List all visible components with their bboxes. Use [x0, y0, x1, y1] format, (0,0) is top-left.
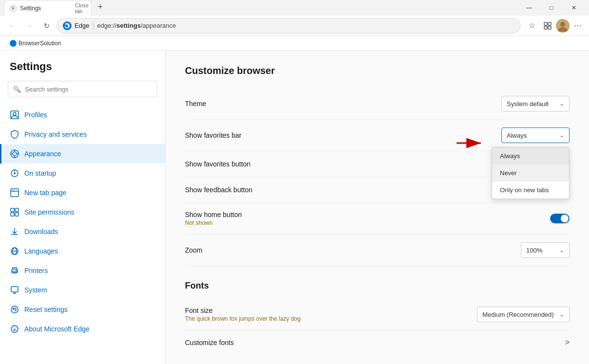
dropdown-option-always[interactable]: Always — [492, 147, 569, 164]
svg-point-11 — [13, 152, 17, 156]
home-button-label-group: Show home button Not shown — [185, 211, 242, 226]
back-button[interactable]: ← — [4, 18, 19, 34]
search-input[interactable] — [25, 86, 152, 93]
sidebar-item-downloads[interactable]: Downloads — [0, 222, 165, 241]
toolbar-icons: ☆ ⋯ — [525, 18, 585, 33]
sidebar-item-startup-label: On startup — [24, 169, 56, 177]
theme-dropdown[interactable]: System default ⌄ — [501, 96, 570, 111]
close-button[interactable]: ✕ — [563, 0, 585, 16]
sidebar-item-site-permissions[interactable]: Site permissions — [0, 202, 165, 222]
svg-rect-21 — [12, 190, 15, 191]
arrow-indicator — [457, 137, 486, 152]
active-tab[interactable]: Settings Close tab — [4, 0, 92, 16]
zoom-value: 100% — [526, 247, 542, 254]
font-size-dropdown[interactable]: Medium (Recommended) ⌄ — [477, 307, 570, 322]
favorites-button-label: Show favorites button — [185, 160, 251, 168]
tab-title: Settings — [20, 5, 74, 12]
dropdown-option-only-new-tabs[interactable]: Only on new tabs — [492, 182, 569, 199]
svg-point-7 — [560, 22, 565, 27]
url-path: settings — [116, 22, 141, 29]
sidebar-item-profiles[interactable]: Profiles — [0, 105, 165, 125]
printers-icon — [10, 266, 19, 275]
titlebar: Settings Close tab + — □ ✕ — [0, 0, 589, 16]
new-tab-button[interactable]: + — [93, 0, 107, 14]
search-box[interactable]: 🔍 — [8, 81, 157, 97]
tab-favicon — [9, 4, 17, 12]
sidebar-item-about[interactable]: e About Microsoft Edge — [0, 319, 165, 339]
svg-point-17 — [14, 172, 16, 174]
sidebar-item-on-startup[interactable]: On startup — [0, 164, 165, 183]
sidebar-item-languages[interactable]: Languages — [0, 241, 165, 261]
svg-point-31 — [16, 270, 17, 271]
site-permissions-icon — [10, 207, 19, 217]
sidebar-item-appearance[interactable]: Appearance — [0, 144, 165, 164]
theme-label: Theme — [185, 100, 206, 108]
profile-avatar[interactable] — [556, 19, 570, 33]
customize-fonts-chevron: > — [565, 338, 570, 347]
font-size-label: Font size — [185, 307, 300, 314]
svg-rect-25 — [15, 213, 18, 216]
navbar: ← → ↻ Edge | edge://settings/appearance … — [0, 16, 589, 36]
home-button-knob — [561, 215, 569, 222]
favorites-bar-right: Always ⌄ Always Never Only on new tabs — [501, 127, 570, 143]
languages-icon — [10, 246, 19, 256]
svg-rect-4 — [544, 26, 547, 29]
sidebar-item-printers-label: Printers — [24, 267, 48, 274]
dropdown-option-never[interactable]: Never — [492, 164, 569, 182]
sidebar-item-permissions-label: Site permissions — [24, 208, 74, 216]
privacy-icon — [10, 129, 19, 139]
svg-rect-5 — [548, 26, 551, 29]
main-content: Settings 🔍 Profiles Privacy and services… — [0, 51, 589, 364]
new-tab-icon — [10, 188, 19, 198]
sidebar-item-system[interactable]: System — [0, 280, 165, 300]
theme-right: System default ⌄ — [501, 96, 570, 111]
sidebar-item-languages-label: Languages — [24, 247, 58, 255]
address-edge-text: Edge — [74, 22, 89, 29]
svg-rect-24 — [11, 213, 14, 216]
font-size-right: Medium (Recommended) ⌄ — [477, 307, 570, 322]
svg-rect-2 — [544, 22, 547, 25]
svg-rect-19 — [11, 189, 18, 197]
reset-icon — [10, 305, 19, 314]
svg-point-1 — [12, 7, 14, 9]
zoom-label: Zoom — [185, 246, 202, 254]
favorites-bar-dropdown-menu: Always Never Only on new tabs — [492, 147, 570, 199]
collections-button[interactable] — [540, 18, 555, 33]
more-tools-button[interactable]: ⋯ — [571, 18, 585, 33]
minimize-button[interactable]: — — [518, 0, 540, 16]
address-separator: | — [92, 21, 94, 30]
section-title: Customize browser — [185, 65, 570, 76]
sidebar-item-privacy[interactable]: Privacy and services — [0, 125, 165, 144]
profiles-icon — [10, 110, 19, 120]
svg-point-9 — [13, 112, 16, 115]
refresh-button[interactable]: ↻ — [39, 18, 55, 34]
maximize-button[interactable]: □ — [540, 0, 563, 16]
favorites-star-button[interactable]: ☆ — [525, 18, 539, 33]
forward-button[interactable]: → — [21, 18, 37, 34]
font-size-value: Medium (Recommended) — [482, 311, 554, 318]
svg-text:e: e — [14, 328, 16, 332]
system-icon — [10, 285, 19, 295]
home-button-toggle[interactable] — [550, 214, 570, 223]
favorites-bar-dropdown[interactable]: Always ⌄ — [501, 127, 570, 143]
font-size-setting-row: Font size The quick brown fox jumps over… — [185, 299, 570, 330]
edge-icon — [63, 21, 72, 30]
customize-fonts-setting-row[interactable]: Customize fonts > — [185, 330, 570, 355]
content-area: Customize browser Theme System default ⌄… — [166, 51, 589, 364]
sidebar-item-new-tab[interactable]: New tab page — [0, 183, 165, 202]
bookmark-item-browsersolution[interactable]: BrowserSolution — [6, 39, 65, 48]
about-icon: e — [10, 324, 19, 334]
downloads-icon — [10, 227, 19, 237]
favorites-bar-value: Always — [507, 132, 527, 139]
sidebar-item-reset[interactable]: Reset settings — [0, 300, 165, 319]
sidebar-item-printers[interactable]: Printers — [0, 261, 165, 280]
sidebar-item-reset-label: Reset settings — [24, 306, 68, 313]
zoom-dropdown[interactable]: 100% ⌄ — [521, 242, 570, 258]
tab-bar: Settings Close tab + — [4, 0, 516, 16]
tab-close-button[interactable]: Close tab — [77, 4, 86, 13]
svg-rect-32 — [11, 287, 18, 292]
fonts-section: Fonts Font size The quick brown fox jump… — [185, 281, 570, 355]
address-bar[interactable]: Edge | edge://settings/appearance — [56, 18, 521, 34]
bookmark-favicon — [10, 40, 17, 47]
theme-value: System default — [507, 100, 549, 108]
